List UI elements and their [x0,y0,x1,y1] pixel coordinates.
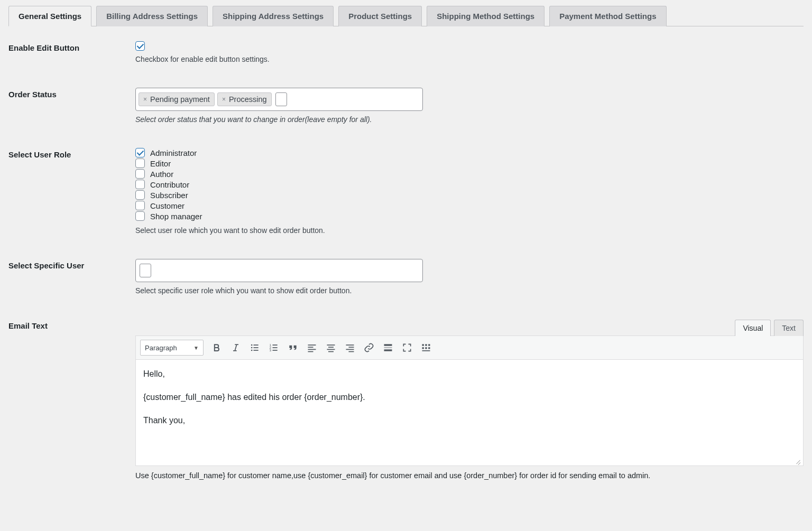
tab-billing[interactable]: Billing Address Settings [96,6,208,26]
rich-text-editor: Visual Text Paragraph ▼ 123 [135,319,804,466]
svg-rect-36 [422,350,430,351]
italic-icon[interactable] [230,342,242,353]
role-checkbox[interactable] [135,211,145,221]
user-role-desc: Select user role which you want to show … [135,226,804,235]
role-name: Contributor [150,180,189,189]
role-administrator[interactable]: Administrator [135,148,804,157]
svg-line-2 [235,344,236,351]
close-icon[interactable]: × [143,96,147,103]
label-enable-edit: Enable Edit Button [8,41,135,52]
label-order-status: Order Status [8,88,135,99]
format-select[interactable]: Paragraph ▼ [140,340,204,356]
svg-rect-16 [308,347,313,348]
svg-rect-30 [422,344,424,346]
role-checkbox[interactable] [135,159,145,168]
editor-tab-visual[interactable]: Visual [735,320,771,336]
role-list: Administrator Editor Author Contributor … [135,148,804,221]
svg-rect-14 [273,350,278,351]
svg-rect-25 [346,349,354,350]
tab-general[interactable]: General Settings [8,6,91,26]
role-name: Administrator [150,148,197,157]
link-icon[interactable] [363,342,375,353]
align-right-icon[interactable] [344,342,356,353]
role-name: Editor [150,159,171,168]
specific-user-desc: Select specific user role which you want… [135,286,804,295]
close-icon[interactable]: × [222,96,226,103]
label-user-role: Select User Role [8,148,135,159]
email-line: Thank you, [143,416,796,425]
svg-rect-26 [349,351,354,352]
editor-tab-text[interactable]: Text [774,320,804,336]
svg-rect-22 [328,351,334,352]
bold-icon[interactable] [211,342,223,353]
svg-rect-24 [349,347,354,348]
email-line: {customer_full_name} has edited his orde… [143,393,796,402]
resize-handle-icon[interactable] [795,457,802,464]
svg-rect-27 [384,344,392,346]
align-center-icon[interactable] [325,342,337,353]
format-value: Paragraph [145,344,177,352]
chevron-down-icon: ▼ [193,345,199,351]
label-email-text: Email Text [8,319,135,330]
svg-rect-23 [346,344,354,346]
read-more-icon[interactable] [382,342,394,353]
role-author[interactable]: Author [135,169,804,179]
role-customer[interactable]: Customer [135,201,804,210]
row-email-text: Email Text Visual Text Paragraph ▼ 123 [8,319,804,480]
svg-rect-17 [308,349,316,350]
svg-rect-19 [327,344,335,346]
svg-point-3 [251,344,253,346]
role-checkbox[interactable] [135,201,145,210]
row-order-status: Order Status × Pending payment × Process… [8,88,804,124]
quote-icon[interactable] [287,342,299,353]
role-subscriber[interactable]: Subscriber [135,190,804,200]
select-handle[interactable] [140,264,151,277]
tab-shipping-address[interactable]: Shipping Address Settings [213,6,334,26]
align-left-icon[interactable] [306,342,318,353]
role-contributor[interactable]: Contributor [135,180,804,189]
svg-rect-34 [425,347,427,349]
svg-rect-8 [254,350,259,351]
svg-rect-7 [254,347,259,348]
tag-label: Processing [229,95,267,104]
enable-edit-checkbox[interactable] [135,41,145,51]
numbered-list-icon[interactable]: 123 [268,342,280,353]
email-hint: Use {customer_full_name} for customer na… [135,471,804,480]
bullet-list-icon[interactable] [249,342,261,353]
role-editor[interactable]: Editor [135,159,804,168]
svg-rect-13 [273,347,278,348]
role-checkbox[interactable] [135,190,145,200]
editor-toolbar: Paragraph ▼ 123 [135,336,804,360]
role-checkbox[interactable] [135,180,145,189]
role-checkbox[interactable] [135,169,145,179]
tag-processing[interactable]: × Processing [217,92,272,106]
email-line: Hello, [143,369,796,379]
tag-label: Pending payment [150,95,210,104]
svg-point-5 [251,350,253,351]
tag-pending[interactable]: × Pending payment [139,92,215,106]
select-handle[interactable] [275,92,287,106]
svg-rect-29 [384,350,392,351]
toolbar-toggle-icon[interactable] [420,342,432,353]
svg-text:3: 3 [270,349,271,352]
svg-rect-35 [428,347,430,349]
svg-rect-21 [327,349,335,350]
specific-user-select[interactable] [135,259,423,282]
fullscreen-icon[interactable] [401,342,413,353]
svg-rect-33 [422,347,424,349]
tab-product[interactable]: Product Settings [338,6,422,26]
svg-point-4 [251,347,253,349]
tab-payment-method[interactable]: Payment Method Settings [549,6,666,26]
editor-textarea[interactable]: Hello, {customer_full_name} has edited h… [135,360,804,466]
role-name: Author [150,170,173,179]
role-name: Customer [150,201,184,210]
row-user-role: Select User Role Administrator Editor Au… [8,148,804,235]
svg-rect-12 [273,344,278,346]
label-specific-user: Select Specific User [8,259,135,270]
role-checkbox[interactable] [135,148,145,157]
role-name: Shop manager [150,212,202,221]
row-specific-user: Select Specific User Select specific use… [8,259,804,295]
order-status-select[interactable]: × Pending payment × Processing [135,88,423,111]
tab-shipping-method[interactable]: Shipping Method Settings [427,6,545,26]
role-shop-manager[interactable]: Shop manager [135,211,804,221]
